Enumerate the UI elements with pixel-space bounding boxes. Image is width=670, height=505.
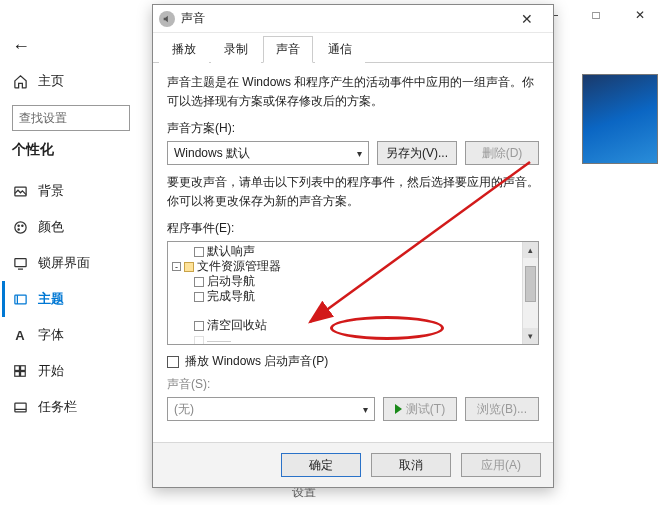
sound-file-label: 声音(S): <box>167 376 539 393</box>
event-label: 完成导航 <box>207 288 255 305</box>
image-icon <box>12 183 28 199</box>
apply-button[interactable]: 应用(A) <box>461 453 541 477</box>
cancel-button[interactable]: 取消 <box>371 453 451 477</box>
section-title: 个性化 <box>12 141 140 159</box>
svg-point-2 <box>18 225 19 226</box>
event-nav-start[interactable]: 启动导航 <box>172 274 518 289</box>
start-icon <box>12 363 28 379</box>
folder-icon <box>184 262 194 272</box>
lockscreen-icon <box>12 255 28 271</box>
tab-playback[interactable]: 播放 <box>159 36 209 63</box>
save-as-button[interactable]: 另存为(V)... <box>377 141 457 165</box>
search-placeholder: 查找设置 <box>19 110 123 127</box>
delete-button[interactable]: 删除(D) <box>465 141 539 165</box>
svg-rect-11 <box>14 403 25 412</box>
close-icon: ✕ <box>635 8 645 22</box>
sidebar-label-fonts: 字体 <box>38 326 64 344</box>
scheme-dropdown[interactable]: Windows 默认 ▾ <box>167 141 369 165</box>
svg-rect-6 <box>14 295 25 304</box>
sound-dialog: 声音 ✕ 播放 录制 声音 通信 声音主题是在 Windows 和程序产生的活动… <box>152 4 554 488</box>
svg-rect-7 <box>15 366 20 371</box>
tab-sounds[interactable]: 声音 <box>263 36 313 63</box>
event-label: 清空回收站 <box>207 317 267 334</box>
sound-tabs: 播放 录制 声音 通信 <box>153 33 553 63</box>
sidebar-item-home[interactable]: 主页 <box>12 63 140 99</box>
desc-text: 要更改声音，请单击以下列表中的程序事件，然后选择要应用的声音。你可以将更改保存为… <box>167 173 539 210</box>
maximize-icon: □ <box>592 8 599 22</box>
sound-dialog-body: 声音主题是在 Windows 和程序产生的活动事件中应用的一组声音。你可以选择现… <box>153 63 553 429</box>
sidebar-label-themes: 主题 <box>38 290 64 308</box>
settings-sidebar: ← 主页 查找设置 个性化 背景 颜色 锁屏界面 <box>0 30 140 425</box>
event-default-beep[interactable]: 默认响声 <box>172 244 518 259</box>
sidebar-item-fonts[interactable]: A 字体 <box>12 317 140 353</box>
sidebar-item-colors[interactable]: 颜色 <box>12 209 140 245</box>
sidebar-label-lockscreen: 锁屏界面 <box>38 254 90 272</box>
taskbar-icon <box>12 399 28 415</box>
tab-communications[interactable]: 通信 <box>315 36 365 63</box>
test-label: 测试(T) <box>406 401 445 418</box>
test-button[interactable]: 测试(T) <box>383 397 457 421</box>
sidebar-item-start[interactable]: 开始 <box>12 353 140 389</box>
maximize-button[interactable]: □ <box>574 1 618 29</box>
sidebar-item-taskbar[interactable]: 任务栏 <box>12 389 140 425</box>
checkbox-box <box>167 356 179 368</box>
events-label: 程序事件(E): <box>167 220 539 237</box>
svg-rect-5 <box>14 258 25 266</box>
event-group-explorer[interactable]: - 文件资源管理器 <box>172 259 518 274</box>
list-scrollbar[interactable]: ▴ ▾ <box>522 242 538 344</box>
sidebar-item-themes[interactable]: 主题 <box>2 281 140 317</box>
event-nav-done[interactable]: 完成导航 <box>172 289 518 304</box>
sidebar-label-background: 背景 <box>38 182 64 200</box>
scheme-value: Windows 默认 <box>174 145 250 162</box>
scheme-label: 声音方案(H): <box>167 120 539 137</box>
ok-button[interactable]: 确定 <box>281 453 361 477</box>
doc-icon <box>194 277 204 287</box>
chevron-down-icon: ▾ <box>363 404 368 415</box>
browse-button[interactable]: 浏览(B)... <box>465 397 539 421</box>
back-icon[interactable]: ← <box>12 36 140 57</box>
home-icon <box>12 73 28 89</box>
tab-recording[interactable]: 录制 <box>211 36 261 63</box>
close-icon: ✕ <box>521 11 533 27</box>
event-hidden2[interactable]: —— <box>172 333 518 345</box>
close-button[interactable]: ✕ <box>618 1 662 29</box>
sound-dialog-title: 声音 <box>181 10 507 27</box>
sound-file-value: (无) <box>174 401 194 418</box>
scroll-down-icon[interactable]: ▾ <box>523 328 538 344</box>
play-startup-checkbox[interactable]: 播放 Windows 启动声音(P) <box>167 353 539 370</box>
play-icon <box>395 404 402 414</box>
sidebar-item-background[interactable]: 背景 <box>12 173 140 209</box>
svg-rect-10 <box>21 372 26 377</box>
svg-rect-8 <box>21 366 26 371</box>
search-input[interactable]: 查找设置 <box>12 105 130 131</box>
svg-point-3 <box>21 225 22 226</box>
sound-file-dropdown[interactable]: (无) ▾ <box>167 397 375 421</box>
event-empty-recycle-bin[interactable]: 清空回收站 <box>172 318 518 333</box>
sidebar-item-lockscreen[interactable]: 锁屏界面 <box>12 245 140 281</box>
intro-text: 声音主题是在 Windows 和程序产生的活动事件中应用的一组声音。你可以选择现… <box>167 73 539 110</box>
svg-point-4 <box>18 228 19 229</box>
scroll-thumb[interactable] <box>525 266 536 302</box>
theme-preview-thumbnail <box>582 74 658 164</box>
svg-rect-9 <box>15 372 20 377</box>
collapse-icon[interactable]: - <box>172 262 181 271</box>
theme-icon <box>12 291 28 307</box>
dialog-close-button[interactable]: ✕ <box>507 11 547 27</box>
dialog-footer: 确定 取消 应用(A) <box>153 442 553 487</box>
doc-icon <box>194 321 204 331</box>
svg-point-1 <box>14 221 25 232</box>
sidebar-label-colors: 颜色 <box>38 218 64 236</box>
sidebar-label-home: 主页 <box>38 72 64 90</box>
sidebar-label-taskbar: 任务栏 <box>38 398 77 416</box>
speaker-icon <box>159 11 175 27</box>
scroll-up-icon[interactable]: ▴ <box>523 242 538 258</box>
doc-icon <box>194 292 204 302</box>
sidebar-label-start: 开始 <box>38 362 64 380</box>
chevron-down-icon: ▾ <box>357 148 362 159</box>
palette-icon <box>12 219 28 235</box>
play-startup-label: 播放 Windows 启动声音(P) <box>185 353 328 370</box>
doc-icon <box>194 247 204 257</box>
program-events-list[interactable]: 默认响声 - 文件资源管理器 启动导航 完成导航 — <box>167 241 539 345</box>
sound-dialog-titlebar: 声音 ✕ <box>153 5 553 33</box>
font-icon: A <box>12 327 28 343</box>
